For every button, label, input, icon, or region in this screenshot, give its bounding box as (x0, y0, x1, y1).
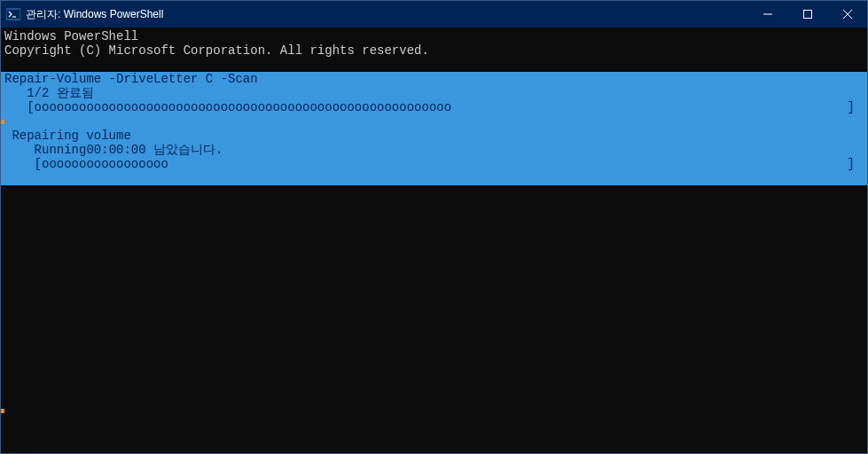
sub-progress-bar: [ooooooooooooooooo ] (1, 157, 867, 171)
progress-bar: [ooooooooooooooooooooooooooooooooooooooo… (1, 100, 867, 114)
terminal-area[interactable]: Windows PowerShell Copyright (C) Microso… (1, 27, 867, 453)
window-title: 관리자: Windows PowerShell (26, 7, 163, 22)
powershell-window: 관리자: Windows PowerShell Windows PowerShe… (0, 0, 868, 454)
progress-activity: Repair-Volume -DriveLetter C -Scan (1, 72, 867, 86)
powershell-icon (6, 7, 20, 21)
minimize-button[interactable] (747, 1, 787, 27)
cursor-mark-icon (1, 120, 4, 124)
progress-time: 00:00:00 남았습니다. (1, 114, 867, 129)
close-button[interactable] (827, 1, 867, 27)
cursor-mark-icon (1, 409, 4, 413)
blank-line (1, 171, 867, 185)
sub-progress-status: Running (1, 143, 867, 157)
header-line: Copyright (C) Microsoft Corporation. All… (1, 43, 867, 58)
progress-status: 1/2 완료됨 (1, 86, 867, 100)
console-header: Windows PowerShell Copyright (C) Microso… (1, 27, 867, 58)
progress-bar-fill: [ooooooooooooooooooooooooooooooooooooooo… (4, 100, 451, 114)
svg-rect-0 (6, 9, 20, 20)
sub-progress-activity: Repairing volume (1, 129, 867, 143)
progress-bar-end: ] (848, 157, 864, 171)
titlebar[interactable]: 관리자: Windows PowerShell (1, 1, 867, 27)
header-line: Windows PowerShell (1, 29, 867, 43)
maximize-button[interactable] (787, 1, 827, 27)
blank-line (1, 58, 867, 72)
progress-bar-fill: [ooooooooooooooooo (4, 157, 168, 171)
progress-bar-end: ] (848, 100, 864, 114)
progress-record: Repair-Volume -DriveLetter C -Scan 1/2 완… (1, 72, 867, 185)
svg-rect-1 (803, 11, 811, 19)
